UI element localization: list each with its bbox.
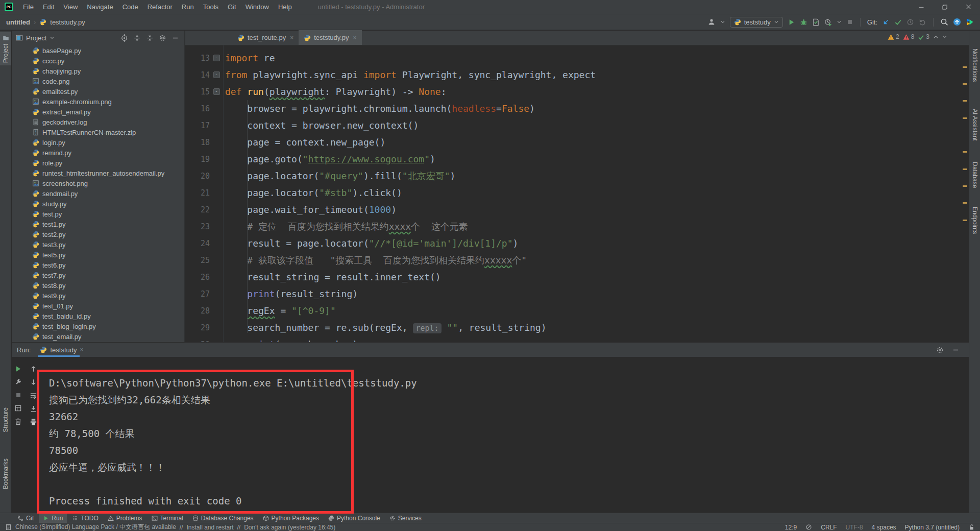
tree-item-test3.py[interactable]: test3.py (12, 239, 184, 250)
menu-refactor[interactable]: Refactor (143, 0, 177, 14)
gear-icon[interactable] (159, 34, 166, 42)
gear-icon[interactable] (936, 346, 944, 354)
menu-view[interactable]: View (59, 0, 82, 14)
print-icon[interactable] (30, 418, 37, 426)
code-line-22[interactable]: 22 page.wait_for_timeout(1000) (185, 201, 969, 218)
tree-item-study.py[interactable]: study.py (12, 199, 184, 209)
indent-style[interactable]: 4 spaces (872, 524, 896, 531)
tool-window-button-services[interactable]: Services (385, 514, 426, 523)
tree-item-HTMLTestRunnerCN-master.zip[interactable]: HTMLTestRunnerCN-master.zip (12, 127, 184, 137)
line-ending[interactable]: CRLF (821, 524, 837, 531)
code-line-26[interactable]: 26 result_string = result.inner_text() (185, 269, 969, 285)
run-configuration-selector[interactable]: teststudy (730, 17, 783, 28)
tool-window-button-problems[interactable]: Problems (104, 514, 146, 523)
tab-close-icon[interactable]: × (290, 34, 293, 41)
tool-window-button-git[interactable]: Git (13, 514, 38, 523)
menu-run[interactable]: Run (177, 0, 199, 14)
restore-layout-icon[interactable] (14, 404, 22, 412)
minimize-button[interactable] (910, 0, 933, 14)
history-button[interactable] (906, 18, 914, 26)
code-line-15[interactable]: 15def run(playwright: Playwright) -> Non… (185, 83, 969, 100)
install-restart-link[interactable]: Install and restart (186, 524, 233, 531)
rerun-button[interactable] (14, 365, 22, 373)
code-line-28[interactable]: 28 regEx = "[^0-9]" (185, 302, 969, 319)
breadcrumb-project[interactable]: untitled (6, 18, 30, 26)
tree-item-geckodriver.log[interactable]: geckodriver.log (12, 117, 184, 127)
dont-ask-again-link[interactable]: Don't ask again (yesterday 16:45) (244, 524, 335, 531)
chevron-down-icon[interactable] (50, 35, 55, 40)
chevron-down-icon[interactable] (720, 19, 725, 25)
close-button[interactable] (957, 0, 980, 14)
menu-code[interactable]: Code (118, 0, 143, 14)
tool-strip-structure[interactable]: Structure (0, 405, 11, 435)
run-tab-teststudy[interactable]: teststudy × (36, 343, 87, 357)
fold-marker-icon[interactable] (210, 88, 223, 95)
code-line-30[interactable]: 30 print(search_number) (185, 336, 969, 342)
tree-item-code.png[interactable]: code.png (12, 76, 184, 86)
tree-item-screenshot.png[interactable]: screenshot.png (12, 178, 184, 188)
tree-item-chaojiying.py[interactable]: chaojiying.py (12, 66, 184, 76)
code-line-16[interactable]: 16 browser = playwright.chromium.launch(… (185, 100, 969, 117)
tree-item-test8.py[interactable]: test8.py (12, 280, 184, 291)
search-everywhere-button[interactable] (940, 18, 948, 26)
menu-tools[interactable]: Tools (199, 0, 223, 14)
code-editor[interactable]: 13import re14from playwright.sync_api im… (185, 45, 969, 342)
code-line-20[interactable]: 20 page.locator("#query").fill("北京宏哥") (185, 167, 969, 184)
tree-item-test_baidu_id.py[interactable]: test_baidu_id.py (12, 311, 184, 321)
profiler-button[interactable] (824, 18, 832, 26)
prev-issue-icon[interactable] (933, 34, 939, 40)
menu-file[interactable]: File (18, 0, 38, 14)
tree-item-remind.py[interactable]: remind.py (12, 148, 184, 158)
tool-strip-project[interactable]: Project (0, 32, 11, 65)
interpreter[interactable]: Python 3.7 (untitled) (905, 524, 960, 531)
run-with-coverage-button[interactable] (812, 18, 820, 26)
code-line-23[interactable]: 23 # 定位 百度为您找到相关结果约xxxx个 这个元素 (185, 218, 969, 235)
down-stacktrace-icon[interactable] (30, 378, 37, 386)
tool-window-button-database-changes[interactable]: Database Changes (188, 514, 258, 523)
tool-window-button-terminal[interactable]: Terminal (148, 514, 187, 523)
menu-help[interactable]: Help (274, 0, 297, 14)
tree-item-test_blog_login.py[interactable]: test_blog_login.py (12, 321, 184, 331)
highlighting-level-icon[interactable] (805, 524, 812, 530)
code-with-me-icon[interactable] (707, 18, 716, 26)
tree-item-test1.py[interactable]: test1.py (12, 219, 184, 229)
writable-icon[interactable] (968, 524, 975, 530)
code-line-27[interactable]: 27 print(result_string) (185, 285, 969, 302)
menu-git[interactable]: Git (223, 0, 241, 14)
tool-strip-notifications[interactable]: Notifications (969, 46, 980, 84)
select-opened-file-icon[interactable] (120, 34, 128, 42)
tree-item-basePage.py[interactable]: basePage.py (12, 45, 184, 56)
tree-item-test9.py[interactable]: test9.py (12, 291, 184, 301)
code-line-19[interactable]: 19 page.goto("https://www.sogou.com") (185, 151, 969, 167)
next-issue-icon[interactable] (942, 34, 947, 39)
code-line-24[interactable]: 24 result = page.locator("//*[@id='main'… (185, 235, 969, 252)
tree-item-login.py[interactable]: login.py (12, 137, 184, 148)
tool-strip-endpoints[interactable]: Endpoints (969, 204, 980, 236)
hide-panel-icon[interactable] (952, 346, 960, 354)
fold-marker-icon[interactable] (210, 71, 223, 78)
maximize-button[interactable] (933, 0, 957, 14)
inspection-warnY[interactable]: 2 (888, 33, 899, 40)
encoding[interactable]: UTF-8 (846, 524, 863, 531)
menu-edit[interactable]: Edit (38, 0, 59, 14)
tree-item-role.py[interactable]: role.py (12, 158, 184, 168)
code-line-25[interactable]: 25 # 获取该字段值 "搜索工具 百度为您找到相关结果约xxxxx个" (185, 252, 969, 269)
up-stacktrace-icon[interactable] (30, 365, 37, 373)
tool-strip-bookmarks[interactable]: Bookmarks (0, 456, 11, 492)
tool-window-button-python-console[interactable]: Python Console (324, 514, 384, 523)
settings-wrench-icon[interactable] (14, 378, 22, 386)
tree-item-sendmail.py[interactable]: sendmail.py (12, 188, 184, 199)
code-line-18[interactable]: 18 page = context.new_page() (185, 134, 969, 151)
clear-all-icon[interactable] (14, 418, 22, 425)
collapse-all-icon[interactable] (146, 34, 154, 42)
tree-item-test6.py[interactable]: test6.py (12, 260, 184, 270)
tree-item-test_01.py[interactable]: test_01.py (12, 301, 184, 311)
code-line-21[interactable]: 21 page.locator("#stb").click() (185, 184, 969, 201)
code-line-29[interactable]: 29 search_number = re.sub(regEx, repl: "… (185, 319, 969, 336)
inspection-checkG[interactable]: 3 (918, 33, 929, 40)
inspection-warnR[interactable]: 8 (903, 33, 915, 40)
tool-strip-database[interactable]: Database (969, 159, 980, 190)
code-line-17[interactable]: 17 context = browser.new_context() (185, 117, 969, 134)
code-line-13[interactable]: 13import re (185, 50, 969, 66)
expand-all-icon[interactable] (133, 34, 141, 42)
